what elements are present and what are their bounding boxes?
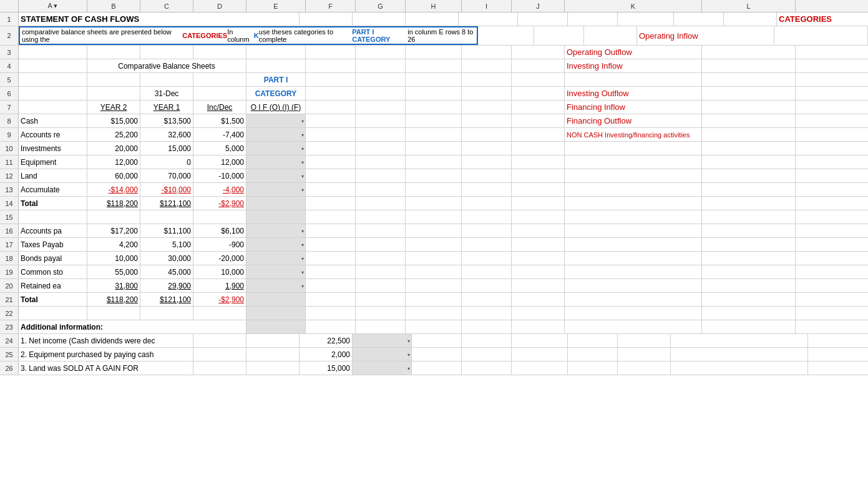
cell-l17 [702,238,796,251]
cell-e18[interactable]: ▾ [246,252,306,265]
col-header-g[interactable]: G [356,0,406,12]
cell-b19[interactable]: 55,000 [87,265,140,278]
cell-e13[interactable]: ▾ [246,183,306,196]
cell-e25[interactable]: ▾ [353,348,412,361]
cell-c25 [246,348,300,361]
cell-e24[interactable]: ▾ [353,334,412,347]
dropdown-arrow-e16: ▾ [301,228,304,234]
cell-a1[interactable]: STATEMENT OF CASH FLOWS [19,12,300,26]
cell-b13[interactable]: -$14,000 [87,183,140,196]
cell-h17 [406,238,462,251]
cell-c8[interactable]: $13,500 [140,114,193,127]
cell-d18[interactable]: -20,000 [193,252,246,265]
cell-b9[interactable]: 25,200 [87,128,140,141]
cell-a2-merged[interactable]: comparative balance sheets are presented… [19,26,478,45]
row-10: 10 Investments 20,000 15,000 5,000 ▾ [0,142,868,155]
col-header-i[interactable]: I [462,0,512,12]
cell-j6 [512,87,565,100]
cell-e19[interactable]: ▾ [246,265,306,278]
cell-k22 [565,307,702,320]
cell-b14[interactable]: $118,200 [87,197,140,210]
cell-b16[interactable]: $17,200 [87,224,140,237]
cell-e17[interactable]: ▾ [246,238,306,251]
cell-l16 [702,224,796,237]
cell-a26: 3. Land was SOLD AT A GAIN FOR [19,362,193,375]
cell-b11[interactable]: 12,000 [87,155,140,169]
cell-j18 [512,252,565,265]
cell-e20[interactable]: ▾ [246,279,306,292]
cell-l25 [808,348,868,361]
cell-c17[interactable]: 5,100 [140,238,193,251]
col-header-b[interactable]: B [87,0,140,12]
cell-b17[interactable]: 4,200 [87,238,140,251]
cell-e26[interactable]: ▾ [353,362,412,375]
cell-d12[interactable]: -10,000 [193,169,246,182]
cell-f13 [306,183,356,196]
col-header-f[interactable]: F [306,0,356,12]
cell-d20[interactable]: 1,900 [193,279,246,292]
cell-c18[interactable]: 30,000 [140,252,193,265]
cell-c20[interactable]: 29,900 [140,279,193,292]
cell-a25: 2. Equipment purchased by paying cash [19,348,193,361]
row-18: 18 Bonds payal 10,000 30,000 -20,000 ▾ [0,252,868,265]
cell-c16[interactable]: $11,100 [140,224,193,237]
cell-a15 [19,210,87,224]
cell-d24[interactable]: 22,500 [300,334,353,347]
cell-a13: Accumulate [19,183,87,196]
col-header-h[interactable]: H [406,0,462,12]
cell-e8[interactable]: ▾ [246,114,306,127]
col-header-e[interactable]: E [246,0,306,12]
cell-c9[interactable]: 32,600 [140,128,193,141]
cell-j1 [724,12,777,26]
cell-d21[interactable]: -$2,900 [193,293,246,306]
cell-d19[interactable]: 10,000 [193,265,246,278]
cell-e10[interactable]: ▾ [246,142,306,155]
cell-e12[interactable]: ▾ [246,169,306,182]
cell-b8[interactable]: $15,000 [87,114,140,127]
cell-h8 [406,114,462,127]
cell-e11[interactable]: ▾ [246,155,306,169]
cell-d26[interactable]: 15,000 [300,362,353,375]
cell-k23 [565,320,702,333]
cell-b20[interactable]: 31,800 [87,279,140,292]
cell-d11[interactable]: 12,000 [193,155,246,169]
row-num-3: 3 [0,46,19,59]
cell-c12[interactable]: 70,000 [140,169,193,182]
col-header-c[interactable]: C [140,0,193,12]
col-header-d[interactable]: D [193,0,246,12]
cell-d13[interactable]: -4,000 [193,183,246,196]
row-13: 13 Accumulate -$14,000 -$10,000 -4,000 ▾ [0,183,868,197]
cell-d9[interactable]: -7,400 [193,128,246,141]
col-header-l[interactable]: L [702,0,796,12]
cell-c10[interactable]: 15,000 [140,142,193,155]
col-header-a[interactable]: A ▾ [19,0,87,12]
cell-b21[interactable]: $118,200 [87,293,140,306]
cell-c24 [246,334,300,347]
cell-l12 [702,169,796,182]
cell-c19[interactable]: 45,000 [140,265,193,278]
cell-d16[interactable]: $6,100 [193,224,246,237]
cell-b18[interactable]: 10,000 [87,252,140,265]
col-header-j[interactable]: J [512,0,565,12]
row2-parti-blue: PART I CATEGORY [352,28,407,43]
cell-i1 [674,12,724,26]
cell-d8[interactable]: $1,500 [193,114,246,127]
cell-b12[interactable]: 60,000 [87,169,140,182]
cell-a17: Taxes Payab [19,238,87,251]
cell-b3 [87,46,140,59]
col-header-k[interactable]: K [565,0,702,12]
cell-b10[interactable]: 20,000 [87,142,140,155]
cell-c26 [246,362,300,375]
cell-d6 [193,87,246,100]
cell-c21[interactable]: $121,100 [140,293,193,306]
cell-c13[interactable]: -$10,000 [140,183,193,196]
cell-c11[interactable]: 0 [140,155,193,169]
cell-k26 [671,362,808,375]
cell-c14[interactable]: $121,100 [140,197,193,210]
cell-e16[interactable]: ▾ [246,224,306,237]
cell-d14[interactable]: -$2,900 [193,197,246,210]
cell-e9[interactable]: ▾ [246,128,306,141]
cell-d10[interactable]: 5,000 [193,142,246,155]
cell-d25[interactable]: 2,000 [300,348,353,361]
cell-d17[interactable]: -900 [193,238,246,251]
